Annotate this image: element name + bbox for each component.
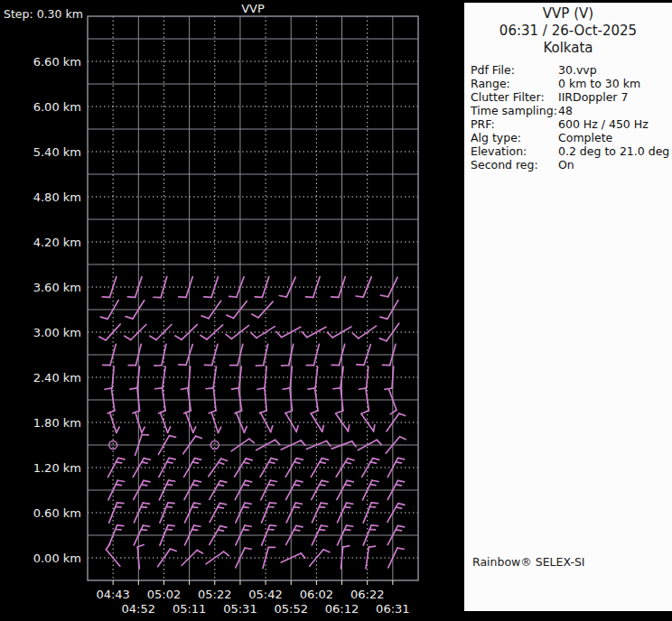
barb-stroke	[392, 366, 394, 388]
detail-value: 48	[558, 104, 573, 117]
wind-barb	[236, 501, 251, 525]
barb-stroke	[158, 549, 171, 567]
wind-barb	[150, 320, 172, 341]
barb-stroke	[219, 502, 226, 506]
barb-stroke	[255, 295, 262, 299]
barb-stroke	[283, 387, 290, 390]
barb-stroke	[367, 366, 369, 388]
barb-stroke	[352, 440, 356, 447]
barb-stroke	[397, 479, 404, 484]
wind-barb	[125, 320, 146, 341]
wind-barb	[261, 478, 277, 502]
barb-stroke	[296, 457, 303, 461]
detail-value: 600 Hz / 450 Hz	[558, 117, 649, 131]
barb-stroke	[220, 524, 227, 529]
wind-barb	[388, 546, 404, 570]
barb-stroke	[100, 315, 107, 320]
barb-stroke	[308, 387, 315, 390]
info-panel: VVP (V) 06:31 / 26-Oct-2025 Kolkata Pdf …	[464, 3, 672, 611]
wind-barb	[235, 479, 251, 503]
barb-stroke	[143, 501, 149, 505]
barb-stroke	[154, 295, 161, 299]
barb-stroke	[321, 524, 327, 528]
wind-barb	[182, 549, 202, 570]
barb-stroke	[331, 295, 339, 299]
wind-barb	[185, 524, 201, 548]
barb-stroke	[246, 479, 252, 484]
barb-stroke	[211, 277, 218, 298]
wind-barb	[286, 479, 303, 503]
y-axis-label: 4.80 km	[33, 190, 81, 204]
wind-barb	[108, 457, 125, 480]
wind-profile-chart: Step: 0.30 km VVP 6.60 km6.00 km5.40 km4…	[0, 0, 464, 621]
wind-barb	[311, 457, 328, 480]
wind-barb	[185, 501, 201, 525]
wind-barb	[158, 434, 175, 458]
barb-stroke	[105, 544, 111, 550]
wind-barb	[105, 389, 116, 413]
x-axis-label: 05:52	[274, 602, 307, 616]
barb-stroke	[245, 524, 251, 528]
barb-stroke	[109, 503, 117, 523]
barb-stroke	[118, 457, 125, 461]
wind-barb	[285, 411, 300, 431]
barb-stroke	[296, 524, 303, 529]
wind-barb	[387, 502, 405, 525]
barb-stroke	[270, 501, 276, 505]
wind-barb	[229, 274, 244, 299]
barb-stroke	[143, 524, 149, 528]
y-axis-label: 0.00 km	[33, 551, 81, 565]
wind-barb	[285, 457, 303, 480]
barb-stroke	[103, 364, 110, 367]
barb-stroke	[347, 501, 353, 505]
wind-barb	[359, 389, 369, 413]
wind-barb	[336, 411, 352, 431]
barb-stroke	[279, 294, 286, 299]
barb-stroke	[195, 457, 201, 461]
wind-barb	[126, 297, 145, 320]
barb-stroke	[158, 411, 165, 413]
wind-barb	[306, 440, 331, 455]
vvp-window: Step: 0.30 km VVP 6.60 km6.00 km5.40 km4…	[0, 0, 672, 621]
detail-row: Pdf File:30.vvp	[471, 63, 672, 77]
barb-stroke	[333, 387, 341, 390]
barb-stroke	[347, 479, 353, 484]
wind-barb	[184, 479, 201, 503]
wind-barb	[251, 320, 275, 339]
barb-stroke	[155, 387, 163, 390]
barb-stroke	[361, 411, 369, 413]
barb-stroke	[322, 457, 328, 461]
detail-value: IIRDoppler 7	[558, 90, 628, 104]
barb-stroke	[275, 439, 280, 445]
barb-stroke	[265, 366, 266, 388]
barb-stroke	[369, 545, 375, 548]
barb-stroke	[127, 295, 135, 299]
barb-stroke	[265, 389, 266, 411]
barb-stroke	[295, 501, 302, 505]
x-axis-label: 04:43	[96, 588, 129, 601]
grid-layer	[88, 16, 418, 585]
wind-barb	[159, 478, 174, 503]
wind-barb	[158, 548, 177, 570]
barb-stroke	[224, 551, 229, 557]
wind-barb	[159, 457, 175, 480]
barb-stroke	[268, 545, 275, 549]
barb-stroke	[246, 457, 252, 461]
y-axis-label: 1.20 km	[33, 461, 81, 475]
barb-stroke	[169, 478, 175, 483]
barb-stroke	[117, 524, 124, 527]
wind-barb	[256, 439, 279, 455]
barb-stroke	[343, 545, 350, 548]
barb-stroke	[371, 501, 378, 505]
wind-barb	[310, 548, 330, 570]
wind-barb	[207, 389, 217, 413]
barb-stroke	[195, 435, 201, 440]
barb-stroke	[400, 435, 406, 440]
detail-label: Second reg:	[471, 158, 558, 171]
wind-barb	[336, 457, 354, 480]
wind-barb	[105, 366, 114, 390]
barb-stroke	[204, 295, 211, 299]
wind-barb	[386, 435, 406, 457]
barb-stroke	[168, 524, 174, 527]
x-axis-label: 06:12	[325, 602, 359, 616]
